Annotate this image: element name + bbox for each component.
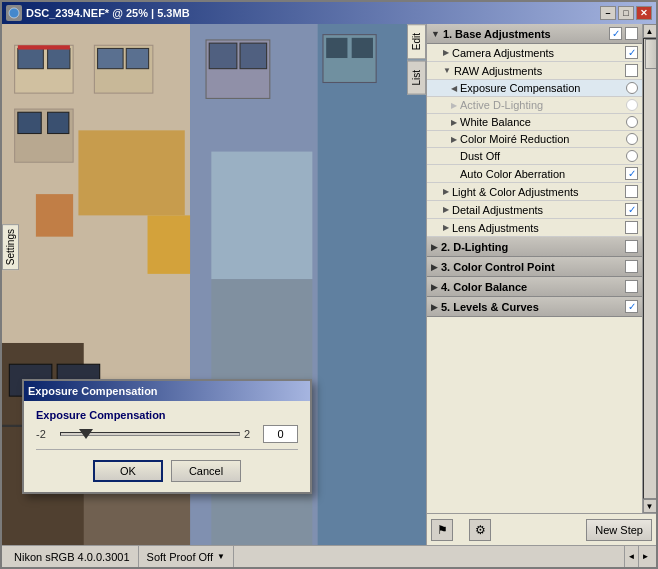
lens-adj-checkbox[interactable]	[625, 221, 638, 234]
slider-value-input[interactable]: 0	[263, 425, 298, 443]
modal-buttons: OK Cancel	[36, 456, 298, 484]
main-content: Settings Edit List Exposure Compensation	[2, 24, 656, 545]
gear-icon: ⚙	[475, 523, 486, 537]
lens-adj-row[interactable]: ▶ Lens Adjustments	[427, 219, 642, 237]
right-panel: ▼ 1. Base Adjustments ✓ ▶ Camera Adjustm…	[426, 24, 656, 545]
active-dlighting-arrow: ▶	[451, 101, 457, 110]
color-cp-checkbox[interactable]	[625, 260, 638, 273]
color-moire-arrow: ▶	[451, 135, 457, 144]
scroll-down-button[interactable]: ▼	[643, 499, 657, 513]
white-balance-row[interactable]: ▶ White Balance	[427, 114, 642, 131]
light-color-adj-label: Light & Color Adjustments	[452, 186, 622, 198]
right-panel-toolbar: ⚑ ⚙ New Step	[427, 513, 656, 545]
raw-adj-checkbox[interactable]	[625, 64, 638, 77]
section-color-control-point[interactable]: ▶ 3. Color Control Point	[427, 257, 642, 277]
adjustments-list: ▼ 1. Base Adjustments ✓ ▶ Camera Adjustm…	[427, 24, 642, 513]
new-step-button[interactable]: New Step	[586, 519, 652, 541]
svg-point-0	[9, 8, 19, 18]
scroll-track[interactable]	[643, 38, 657, 499]
statusbar-scroll-right[interactable]: ►	[638, 546, 652, 567]
section-dlighting[interactable]: ▶ 2. D-Lighting	[427, 237, 642, 257]
raw-adj-arrow: ▼	[443, 66, 451, 75]
gear-button[interactable]: ⚙	[469, 519, 491, 541]
detail-adj-label: Detail Adjustments	[452, 204, 622, 216]
titlebar: DSC_2394.NEF* @ 25% | 5.3MB – □ ✕	[2, 2, 656, 24]
section-levels-curves[interactable]: ▶ 5. Levels & Curves ✓	[427, 297, 642, 317]
statusbar-scroll-left[interactable]: ◄	[624, 546, 638, 567]
detail-adj-row[interactable]: ▶ Detail Adjustments ✓	[427, 201, 642, 219]
modal-overlay: Exposure Compensation Exposure Compensat…	[2, 24, 426, 545]
exposure-arrow: ◀	[451, 84, 457, 93]
soft-proof-arrow: ▼	[217, 552, 225, 561]
dust-off-row[interactable]: ▶ Dust Off	[427, 148, 642, 165]
maximize-button[interactable]: □	[618, 6, 634, 20]
color-moire-row[interactable]: ▶ Color Moiré Reduction	[427, 131, 642, 148]
section-number: 1.	[443, 28, 452, 40]
minimize-button[interactable]: –	[600, 6, 616, 20]
color-balance-expand-icon: ▶	[431, 282, 438, 292]
slider-max-value: 2	[244, 428, 259, 440]
active-dlighting-radio	[626, 99, 638, 111]
active-dlighting-label: Active D-Lighting	[460, 99, 623, 111]
camera-adj-arrow: ▶	[443, 48, 449, 57]
light-color-adj-row[interactable]: ▶ Light & Color Adjustments	[427, 183, 642, 201]
raw-adjustments-row[interactable]: ▼ RAW Adjustments	[427, 62, 642, 80]
flag-icon: ⚑	[437, 523, 448, 537]
cancel-button[interactable]: Cancel	[171, 460, 241, 482]
main-window: DSC_2394.NEF* @ 25% | 5.3MB – □ ✕	[0, 0, 658, 569]
white-balance-radio[interactable]	[626, 116, 638, 128]
exposure-dialog: Exposure Compensation Exposure Compensat…	[22, 379, 312, 494]
modal-divider	[36, 449, 298, 450]
detail-adj-checkbox[interactable]: ✓	[625, 203, 638, 216]
titlebar-left: DSC_2394.NEF* @ 25% | 5.3MB	[6, 5, 190, 21]
window-title: DSC_2394.NEF* @ 25% | 5.3MB	[26, 7, 190, 19]
modal-body: Exposure Compensation -2 2 0 OK	[24, 401, 310, 492]
app-icon	[6, 5, 22, 21]
camera-adjustments-row[interactable]: ▶ Camera Adjustments ✓	[427, 44, 642, 62]
base-checkbox2[interactable]	[625, 27, 638, 40]
auto-color-aberration-row[interactable]: ▶ Auto Color Aberration ✓	[427, 165, 642, 183]
dust-off-radio[interactable]	[626, 150, 638, 162]
levels-curves-number: 5.	[441, 301, 450, 313]
slider-track[interactable]	[60, 432, 240, 436]
raw-adj-label: RAW Adjustments	[454, 65, 622, 77]
white-balance-arrow: ▶	[451, 118, 457, 127]
flag-button[interactable]: ⚑	[431, 519, 453, 541]
light-color-arrow: ▶	[443, 187, 449, 196]
exposure-comp-row[interactable]: ◀ Exposure Compensation	[427, 80, 642, 97]
soft-proof-status[interactable]: Soft Proof Off ▼	[139, 546, 234, 567]
lens-adj-arrow: ▶	[443, 223, 449, 232]
auto-color-aberration-checkbox[interactable]: ✓	[625, 167, 638, 180]
camera-adj-checkbox[interactable]: ✓	[625, 46, 638, 59]
profile-label: Nikon sRGB 4.0.0.3001	[14, 551, 130, 563]
color-moire-radio[interactable]	[626, 133, 638, 145]
slider-thumb[interactable]	[79, 429, 93, 439]
levels-curves-checkbox[interactable]: ✓	[625, 300, 638, 313]
section-base-adjustments[interactable]: ▼ 1. Base Adjustments ✓	[427, 24, 642, 44]
color-balance-checkbox[interactable]	[625, 280, 638, 293]
dlighting-number: 2.	[441, 241, 450, 253]
base-checkbox[interactable]: ✓	[609, 27, 622, 40]
modal-title: Exposure Compensation	[28, 385, 158, 397]
color-cp-expand-icon: ▶	[431, 262, 438, 272]
exposure-radio[interactable]	[626, 82, 638, 94]
light-color-checkbox[interactable]	[625, 185, 638, 198]
auto-color-aberration-label: Auto Color Aberration	[460, 168, 622, 180]
exposure-label: Exposure Compensation	[36, 409, 298, 421]
dlighting-expand-icon: ▶	[431, 242, 438, 252]
scrollbar: ▲ ▼	[642, 24, 656, 513]
scroll-up-button[interactable]: ▲	[643, 24, 657, 38]
white-balance-label: White Balance	[460, 116, 623, 128]
dlighting-checkbox[interactable]	[625, 240, 638, 253]
soft-proof-label: Soft Proof Off	[147, 551, 213, 563]
statusbar: Nikon sRGB 4.0.0.3001 Soft Proof Off ▼ ◄…	[2, 545, 656, 567]
section-label: Base Adjustments	[455, 28, 606, 40]
dust-off-label: Dust Off	[460, 150, 623, 162]
dlighting-label: D-Lighting	[453, 241, 622, 253]
scroll-thumb[interactable]	[645, 39, 657, 69]
section-color-balance[interactable]: ▶ 4. Color Balance	[427, 277, 642, 297]
camera-adj-label: Camera Adjustments	[452, 47, 622, 59]
modal-titlebar: Exposure Compensation	[24, 381, 310, 401]
close-button[interactable]: ✕	[636, 6, 652, 20]
ok-button[interactable]: OK	[93, 460, 163, 482]
